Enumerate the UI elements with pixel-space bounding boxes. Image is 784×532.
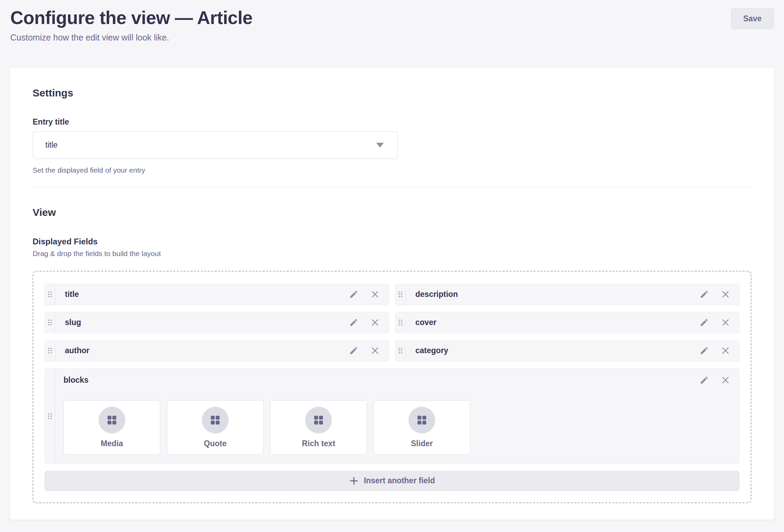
edit-field-button[interactable]: [348, 289, 359, 300]
edit-field-button[interactable]: [699, 345, 710, 356]
pencil-icon: [700, 346, 709, 355]
field-row-slug[interactable]: slug: [45, 312, 389, 333]
component-grid-icon: [209, 414, 221, 426]
page-subtitle: Customize how the edit view will look li…: [10, 33, 253, 43]
field-name: slug: [65, 318, 338, 327]
drag-handle[interactable]: [395, 284, 406, 305]
field-row-blocks[interactable]: blocks Media Quote: [45, 368, 739, 464]
component-card-label: Media: [101, 439, 123, 448]
field-name: description: [415, 290, 688, 299]
remove-field-button[interactable]: [720, 289, 731, 300]
component-card-label: Slider: [411, 439, 433, 448]
component-grid-icon: [313, 414, 324, 426]
drag-handle[interactable]: [395, 340, 406, 361]
configuration-card: Settings Entry title title Set the displ…: [10, 68, 774, 520]
component-grid-icon: [106, 414, 118, 426]
pencil-icon: [349, 318, 358, 327]
drag-handle[interactable]: [45, 312, 55, 333]
component-card-quote[interactable]: Quote: [167, 400, 264, 455]
page-title: Configure the view — Article: [10, 8, 253, 28]
edit-field-button[interactable]: [699, 289, 710, 300]
layout-dnd-container: title description sl: [33, 271, 751, 503]
close-icon: [370, 346, 380, 355]
field-name: author: [65, 346, 338, 355]
entry-title-selected-value: title: [45, 140, 58, 150]
remove-field-button[interactable]: [720, 375, 731, 386]
pencil-icon: [700, 375, 709, 385]
insert-another-field-button[interactable]: Insert another field: [45, 471, 739, 491]
remove-field-button[interactable]: [369, 317, 380, 328]
configure-view-page: Configure the view — Article Customize h…: [0, 0, 784, 520]
drag-handle[interactable]: [45, 340, 55, 361]
entry-title-field: Entry title title Set the displayed fiel…: [33, 117, 751, 174]
component-card-label: Quote: [204, 439, 227, 448]
insert-another-field-label: Insert another field: [364, 476, 435, 485]
close-icon: [370, 290, 380, 299]
field-name: title: [65, 290, 338, 299]
remove-field-button[interactable]: [369, 345, 380, 356]
component-cards: Media Quote Rich text Slider: [64, 400, 731, 455]
field-row-cover[interactable]: cover: [395, 312, 739, 333]
pencil-icon: [349, 290, 358, 299]
field-row-title[interactable]: title: [45, 284, 389, 305]
drag-handle[interactable]: [45, 369, 55, 464]
plus-icon: [349, 476, 359, 486]
fields-grid: title description sl: [45, 284, 739, 361]
component-card-slider[interactable]: Slider: [373, 400, 470, 455]
edit-field-button[interactable]: [699, 317, 710, 328]
displayed-fields-hint: Drag & drop the fields to build the layo…: [33, 250, 751, 258]
entry-title-label: Entry title: [33, 117, 69, 126]
entry-title-hint: Set the displayed field of your entry: [33, 166, 751, 174]
remove-field-button[interactable]: [720, 345, 731, 356]
view-heading: View: [33, 206, 751, 218]
edit-field-button[interactable]: [348, 317, 359, 328]
drag-handle[interactable]: [395, 312, 406, 333]
page-header-text: Configure the view — Article Customize h…: [10, 8, 253, 43]
remove-field-button[interactable]: [720, 317, 731, 328]
close-icon: [721, 290, 730, 299]
section-divider: [33, 187, 751, 187]
edit-field-button[interactable]: [348, 345, 359, 356]
pencil-icon: [700, 318, 709, 327]
field-name: cover: [415, 318, 688, 327]
chevron-down-icon: [376, 143, 384, 148]
field-row-category[interactable]: category: [395, 340, 739, 361]
save-button[interactable]: Save: [731, 8, 774, 29]
page-header: Configure the view — Article Customize h…: [10, 8, 774, 43]
pencil-icon: [700, 290, 709, 299]
entry-title-select[interactable]: title: [33, 131, 398, 159]
settings-heading: Settings: [33, 87, 751, 99]
component-card-media[interactable]: Media: [64, 400, 160, 455]
displayed-fields-label: Displayed Fields: [33, 237, 751, 246]
edit-field-button[interactable]: [699, 375, 710, 386]
component-card-rich-text[interactable]: Rich text: [270, 400, 367, 455]
close-icon: [721, 375, 730, 385]
close-icon: [370, 318, 380, 327]
drag-handle[interactable]: [45, 284, 55, 305]
component-card-label: Rich text: [302, 439, 335, 448]
pencil-icon: [349, 346, 358, 355]
close-icon: [721, 318, 730, 327]
close-icon: [721, 346, 730, 355]
remove-field-button[interactable]: [369, 289, 380, 300]
field-row-author[interactable]: author: [45, 340, 389, 361]
field-row-description[interactable]: description: [395, 284, 739, 305]
field-name: blocks: [64, 375, 688, 385]
component-grid-icon: [416, 414, 428, 426]
field-name: category: [415, 346, 688, 355]
